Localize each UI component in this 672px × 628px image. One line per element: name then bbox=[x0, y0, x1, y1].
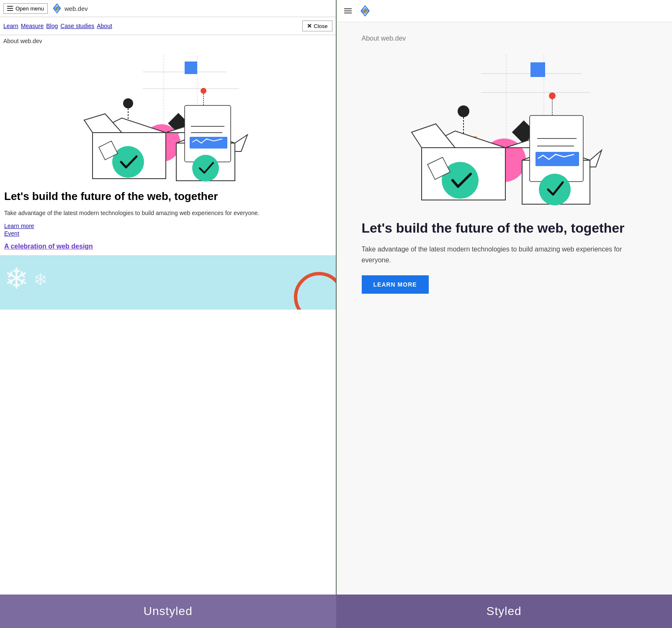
styled-panel: About web.dev bbox=[337, 0, 672, 595]
styled-label-section: Styled bbox=[336, 595, 672, 628]
logo-unstyled: web.dev bbox=[51, 3, 88, 14]
illustration-container-right bbox=[362, 51, 651, 210]
hero-title-styled: Let's build the future of the web, toget… bbox=[362, 220, 651, 236]
hero-title-unstyled: Let's build the future of the web, toget… bbox=[4, 190, 332, 203]
links-section-unstyled: Learn more Event bbox=[4, 223, 332, 237]
red-circle-decoration bbox=[294, 272, 336, 310]
open-menu-button[interactable]: Open menu bbox=[3, 3, 48, 14]
webdev-logo-styled bbox=[358, 4, 372, 18]
svg-point-46 bbox=[549, 92, 556, 99]
svg-rect-56 bbox=[530, 115, 583, 182]
nav-links-bar: Learn Measure Blog Case studies About ✕ … bbox=[0, 17, 336, 35]
hero-illustration-right bbox=[406, 51, 607, 210]
nav-link-learn[interactable]: Learn bbox=[3, 23, 18, 29]
nav-bar-unstyled: Open menu web.dev bbox=[0, 0, 336, 17]
svg-point-13 bbox=[123, 98, 133, 108]
learn-more-button[interactable]: LEARN MORE bbox=[362, 275, 429, 294]
content-left: Let's build the future of the web, toget… bbox=[0, 185, 336, 255]
svg-rect-10 bbox=[185, 62, 197, 74]
webdev-logo-icon bbox=[51, 3, 63, 14]
hero-illustration-left bbox=[80, 51, 256, 185]
hamburger-styled-icon[interactable] bbox=[342, 7, 353, 15]
illustration-container-left bbox=[0, 47, 336, 185]
close-x-icon: ✕ bbox=[307, 23, 312, 29]
unstyled-panel: Open menu web.dev Learn Measure Blog Cas… bbox=[0, 0, 337, 595]
nav-link-about[interactable]: About bbox=[97, 23, 112, 29]
svg-point-44 bbox=[458, 105, 469, 117]
celebration-link[interactable]: A celebration of web design bbox=[4, 243, 93, 250]
styled-label: Styled bbox=[487, 605, 522, 618]
logo-text-unstyled: web.dev bbox=[64, 5, 88, 12]
close-label: Close bbox=[314, 23, 327, 29]
svg-rect-41 bbox=[530, 62, 545, 77]
svg-point-21 bbox=[112, 146, 144, 178]
learn-more-link[interactable]: Learn more bbox=[4, 223, 332, 229]
page-heading-styled: About web.dev bbox=[362, 35, 651, 42]
unstyled-label-section: Unstyled bbox=[0, 595, 336, 628]
svg-rect-28 bbox=[190, 137, 227, 149]
event-link[interactable]: Event bbox=[4, 230, 332, 237]
snowflake-small-icon: ❄ bbox=[33, 270, 48, 289]
nav-link-case-studies[interactable]: Case studies bbox=[60, 23, 94, 29]
hero-desc-unstyled: Take advantage of the latest modern tech… bbox=[4, 209, 332, 218]
snowflake-large-icon: ❄ bbox=[4, 261, 29, 296]
page-heading-unstyled: About web.dev bbox=[0, 35, 336, 47]
svg-marker-24 bbox=[235, 135, 247, 151]
svg-marker-55 bbox=[590, 150, 602, 167]
nav-link-measure[interactable]: Measure bbox=[21, 23, 44, 29]
nav-bar-styled bbox=[337, 0, 672, 22]
hero-desc-styled: Take advantage of the latest modern tech… bbox=[362, 244, 651, 265]
content-right: About web.dev bbox=[337, 22, 672, 302]
svg-point-29 bbox=[192, 155, 219, 182]
svg-rect-59 bbox=[536, 152, 579, 166]
close-button[interactable]: ✕ Close bbox=[302, 21, 332, 31]
svg-rect-25 bbox=[185, 105, 231, 162]
open-menu-label: Open menu bbox=[15, 5, 44, 12]
bottom-labels: Unstyled Styled bbox=[0, 595, 672, 628]
svg-point-15 bbox=[201, 88, 206, 94]
nav-link-blog[interactable]: Blog bbox=[46, 23, 58, 29]
svg-point-60 bbox=[539, 174, 571, 205]
unstyled-label: Unstyled bbox=[144, 605, 193, 618]
hamburger-icon bbox=[7, 6, 13, 11]
snowflake-section: ❄ ❄ bbox=[0, 255, 336, 310]
